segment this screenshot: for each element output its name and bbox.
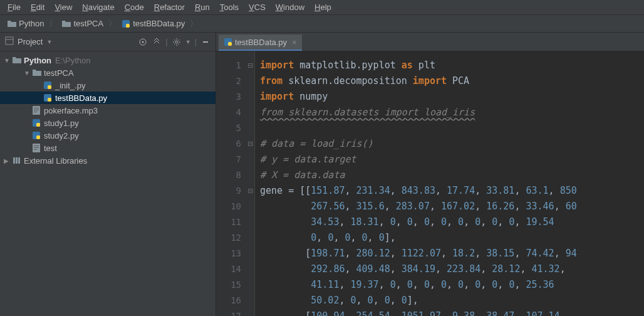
close-icon[interactable]: × (292, 38, 297, 47)
folder-icon (33, 69, 44, 76)
breadcrumb-separator: 〉 (108, 18, 117, 29)
menu-help[interactable]: Help (309, 1, 336, 13)
hide-icon[interactable] (200, 37, 210, 47)
breadcrumb-separator: 〉 (49, 18, 57, 29)
svg-point-6 (175, 41, 178, 43)
menu-code[interactable]: Code (120, 1, 149, 13)
tree-item-study2-py[interactable]: study2.py (0, 129, 216, 142)
file-icon (33, 144, 44, 152)
tree-item-study1-py[interactable]: study1.py (0, 117, 216, 129)
menu-vcs[interactable]: VCS (244, 1, 271, 13)
svg-rect-26 (18, 157, 20, 164)
svg-rect-17 (36, 123, 40, 127)
svg-rect-1 (126, 24, 130, 28)
tree-item-label: study1.py (44, 118, 79, 128)
breadcrumb-file[interactable]: testBBData.py (119, 19, 187, 28)
python-file-icon (33, 132, 44, 139)
chevron-down-icon[interactable]: ▼ (4, 57, 13, 64)
menu-file[interactable]: File (3, 1, 26, 13)
svg-rect-7 (203, 41, 208, 43)
fold-gutter: ⊟⊟⊟ (246, 51, 255, 316)
svg-rect-2 (6, 37, 13, 45)
tree-item-label: pokerface.mp3 (44, 106, 98, 115)
project-view-icon (5, 36, 14, 47)
svg-rect-25 (16, 157, 18, 164)
menu-window[interactable]: Window (271, 1, 309, 13)
menu-bar: FileEditViewNavigateCodeRefactorRunTools… (0, 0, 644, 15)
editor-tab-label: testBBData.py (235, 38, 287, 47)
tree-item-test[interactable]: test (0, 142, 216, 154)
breadcrumb-folder-label: testPCA (73, 19, 103, 28)
gear-dropdown-icon[interactable]: ▼ (185, 39, 191, 45)
breadcrumb-folder[interactable]: testPCA (60, 19, 106, 28)
svg-rect-23 (34, 149, 37, 150)
chevron-right-icon[interactable]: ▶ (4, 157, 13, 164)
external-libraries[interactable]: ▶ External Libraries (0, 154, 216, 167)
tree-item-testPCA[interactable]: ▼testPCA (0, 66, 216, 79)
svg-rect-24 (13, 157, 15, 164)
tree-item-label: testPCA (44, 68, 74, 78)
menu-navigate[interactable]: Navigate (77, 1, 119, 13)
editor-tab-bar: testBBData.py × (216, 33, 644, 51)
svg-rect-14 (34, 110, 39, 110)
svg-point-5 (142, 41, 144, 43)
sidebar-title[interactable]: Project (18, 37, 43, 46)
editor-tab[interactable]: testBBData.py × (219, 34, 302, 51)
breadcrumb-project[interactable]: Python (5, 19, 46, 28)
tree-item-testBBData-py[interactable]: testBBData.py (0, 92, 216, 104)
menu-view[interactable]: View (49, 1, 77, 13)
tree-item-_init_-py[interactable]: _init_.py (0, 79, 216, 92)
gear-icon[interactable] (172, 37, 182, 47)
python-file-icon (33, 119, 44, 127)
library-icon (13, 157, 24, 164)
folder-icon (8, 19, 16, 28)
svg-rect-28 (228, 42, 232, 46)
chevron-icon[interactable]: ▼ (24, 70, 33, 76)
python-file-icon (44, 94, 55, 102)
menu-refactor[interactable]: Refactor (149, 1, 190, 13)
sidebar-header: Project ▼ | ▼ | (0, 33, 216, 51)
file-icon (33, 106, 44, 115)
python-file-icon (122, 19, 130, 28)
breadcrumb-bar: Python 〉 testPCA 〉 testBBData.py 〉 (0, 15, 644, 33)
project-sidebar: Project ▼ | ▼ | (0, 33, 216, 316)
svg-rect-19 (36, 135, 40, 139)
folder-icon (62, 19, 71, 28)
editor-area: testBBData.py × 123456789101112131415161… (216, 33, 644, 316)
breadcrumb-separator: 〉 (190, 18, 198, 29)
folder-icon (13, 56, 24, 64)
tree-item-label: study2.py (44, 131, 79, 140)
breadcrumb-project-label: Python (19, 19, 44, 28)
breadcrumb-file-label: testBBData.py (133, 19, 185, 28)
svg-rect-9 (48, 85, 51, 89)
svg-rect-22 (34, 147, 39, 148)
svg-rect-11 (48, 98, 51, 102)
menu-run[interactable]: Run (190, 1, 215, 13)
svg-rect-21 (34, 145, 39, 146)
tree-item-label: test (44, 144, 57, 153)
tree-item-label: _init_.py (55, 81, 85, 90)
line-number-gutter: 1234567891011121314151617 (216, 51, 246, 316)
sidebar-dropdown-icon[interactable]: ▼ (46, 39, 52, 45)
menu-edit[interactable]: Edit (26, 1, 49, 13)
code-editor[interactable]: import matplotlib.pyplot as pltfrom skle… (255, 51, 644, 316)
tree-root[interactable]: ▼ Python E:\Python (0, 54, 216, 66)
tree-root-name: Python (24, 56, 51, 65)
tree-root-path: E:\Python (55, 56, 90, 65)
tree-item-pokerface-mp3[interactable]: pokerface.mp3 (0, 104, 216, 117)
collapse-all-icon[interactable] (152, 37, 162, 47)
menu-tools[interactable]: Tools (215, 1, 244, 13)
tree-item-label: testBBData.py (55, 93, 107, 103)
locate-icon[interactable] (138, 37, 148, 47)
python-file-icon (44, 82, 55, 89)
python-file-icon (224, 38, 232, 46)
project-tree: ▼ Python E:\Python ▼testPCA_init_.pytest… (0, 51, 216, 316)
svg-rect-13 (34, 108, 39, 108)
external-libraries-label: External Libraries (24, 156, 87, 166)
svg-rect-15 (34, 112, 37, 112)
